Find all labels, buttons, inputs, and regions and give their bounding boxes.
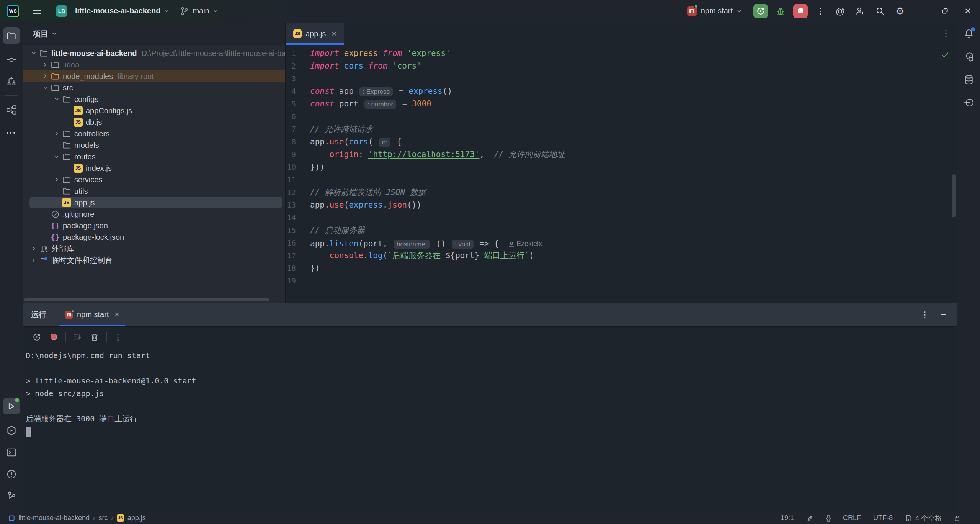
tree-item[interactable]: configs — [23, 93, 285, 105]
sidebar-item-structure[interactable] — [6, 104, 17, 116]
tree-item[interactable]: 临时文件和控制台 — [23, 254, 285, 266]
code-token: app. — [310, 239, 330, 248]
close-icon[interactable]: ✕ — [331, 30, 336, 38]
restore-button[interactable] — [936, 3, 953, 20]
hide-panel-button[interactable] — [941, 314, 946, 315]
code-with-me-button[interactable] — [853, 4, 867, 18]
highlighting-widget[interactable] — [806, 514, 814, 522]
sidebar-item-notifications[interactable] — [963, 28, 975, 39]
tree-item[interactable]: 外部库 — [23, 243, 285, 254]
project-selector[interactable]: little-mouse-ai-backend — [72, 4, 172, 18]
tree-item[interactable]: services — [23, 174, 285, 185]
sidebar-item-commit[interactable] — [6, 54, 17, 66]
sidebar-item-endpoints[interactable] — [963, 97, 975, 108]
inspections-ok-icon[interactable] — [941, 51, 949, 59]
tree-item[interactable]: .gitignore — [23, 208, 285, 220]
chevron-right-icon[interactable] — [52, 175, 62, 185]
tree-item[interactable]: node_moduleslibrary root — [23, 70, 285, 82]
sidebar-item-version-control[interactable] — [6, 490, 17, 502]
sidebar-item-problems[interactable] — [6, 468, 17, 480]
indent-widget[interactable]: 4 个空格 — [905, 514, 942, 523]
code-token: // 允许的前端地址 — [494, 150, 565, 159]
editor-scrollbar-thumb[interactable] — [952, 174, 956, 217]
code-token: origin — [330, 150, 359, 159]
project-panel-header[interactable]: 项目 — [23, 23, 285, 45]
code-area[interactable]: import express from 'express'import cors… — [308, 45, 957, 303]
rerun-button[interactable] — [32, 332, 42, 342]
breadcrumb-project[interactable]: little-mouse-ai-backend — [18, 514, 90, 522]
module-icon — [8, 515, 15, 521]
structure-icon — [6, 105, 17, 115]
close-button[interactable]: ✕ — [959, 3, 976, 20]
chevron-down-icon[interactable] — [52, 152, 62, 162]
main-menu-button[interactable] — [29, 3, 44, 19]
tree-item-label: appConfigs.js — [86, 106, 132, 115]
tree-item[interactable]: little-mouse-ai-backendD:\Project\little… — [23, 47, 285, 59]
run-console[interactable]: D:\nodejs\npm.cmd run start> little-mous… — [23, 348, 957, 512]
breadcrumb-src[interactable]: src — [98, 514, 108, 522]
code-line: }) — [310, 262, 957, 275]
scroll-to-end-button[interactable] — [73, 332, 83, 342]
tree-item[interactable]: JSindex.js — [23, 162, 285, 174]
more-actions-button[interactable]: ⋮ — [813, 4, 828, 18]
clear-console-button[interactable] — [90, 332, 100, 342]
tree-item[interactable]: utils — [23, 185, 285, 197]
code-style-widget[interactable]: {} — [826, 514, 831, 522]
run-options-button[interactable]: ⋮ — [921, 311, 929, 319]
sidebar-item-database[interactable] — [963, 74, 975, 85]
chevron-right-icon[interactable] — [52, 129, 62, 139]
scroll-to-end-icon — [73, 332, 82, 342]
chevron-down-icon[interactable] — [40, 83, 50, 93]
tab-npm-start[interactable]: npm start ✕ — [59, 303, 125, 326]
settings-button[interactable]: ⚙ — [893, 4, 907, 18]
sidebar-item-ai-assistant[interactable] — [963, 51, 975, 62]
sidebar-item-services[interactable] — [6, 425, 17, 436]
breadcrumb-file[interactable]: app.js — [127, 514, 146, 522]
chevron-right-icon[interactable] — [40, 60, 50, 70]
tree-item[interactable]: {}package.json — [23, 220, 285, 231]
tab-app-js[interactable]: JS app.js ✕ — [286, 23, 344, 45]
sidebar-item-run[interactable] — [3, 398, 20, 414]
console-options-button[interactable]: ⋮ — [114, 333, 122, 341]
debug-button[interactable] — [773, 4, 788, 18]
code-token: express — [349, 200, 383, 210]
stop-button[interactable] — [793, 4, 808, 18]
tab-options-button[interactable]: ⋮ — [942, 29, 950, 38]
chevron-right-icon[interactable] — [29, 255, 39, 265]
minimize-button[interactable] — [913, 3, 930, 20]
stop-button[interactable] — [49, 332, 59, 342]
sidebar-item-terminal[interactable] — [6, 447, 17, 458]
line-separator-widget[interactable]: CRLF — [843, 514, 861, 522]
close-icon[interactable]: ✕ — [114, 311, 119, 319]
folder-icon — [39, 48, 49, 58]
tree-item[interactable]: routes — [23, 151, 285, 162]
caret-position-widget[interactable]: 19:1 — [781, 514, 794, 522]
branch-selector[interactable]: main — [177, 4, 221, 18]
search-everywhere-button[interactable] — [873, 4, 887, 18]
tree-item[interactable]: {}package-lock.json — [23, 231, 285, 243]
readonly-widget[interactable] — [954, 515, 961, 522]
ai-assistant-button[interactable]: @ — [833, 4, 848, 18]
rerun-button[interactable] — [753, 4, 768, 18]
database-icon — [964, 74, 974, 85]
chevron-right-icon[interactable] — [40, 71, 50, 81]
sidebar-item-project[interactable] — [3, 27, 20, 44]
tree-item[interactable]: JSapp.js — [29, 197, 282, 208]
tree-item[interactable]: src — [23, 82, 285, 93]
code-token: , — [480, 150, 494, 159]
tree-item[interactable]: .idea — [23, 59, 285, 70]
sidebar-item-pull-requests[interactable] — [6, 75, 17, 87]
chevron-right-icon[interactable] — [29, 244, 39, 254]
chevron-down-icon[interactable] — [29, 48, 39, 58]
horizontal-scrollbar[interactable] — [24, 298, 269, 301]
tree-item[interactable]: JSappConfigs.js — [23, 105, 285, 116]
tree-item[interactable]: JSdb.js — [23, 116, 285, 128]
encoding-widget[interactable]: UTF-8 — [873, 514, 893, 522]
run-config-selector[interactable]: npm start — [684, 4, 745, 18]
sidebar-item-more[interactable]: ••• — [6, 127, 17, 139]
tree-item[interactable]: models — [23, 139, 285, 151]
chevron-down-icon[interactable] — [52, 94, 62, 104]
project-tree[interactable]: little-mouse-ai-backendD:\Project\little… — [23, 45, 285, 303]
tree-item[interactable]: controllers — [23, 128, 285, 139]
editor-gutter[interactable]: 12345678910111213141516171819 — [286, 45, 307, 303]
